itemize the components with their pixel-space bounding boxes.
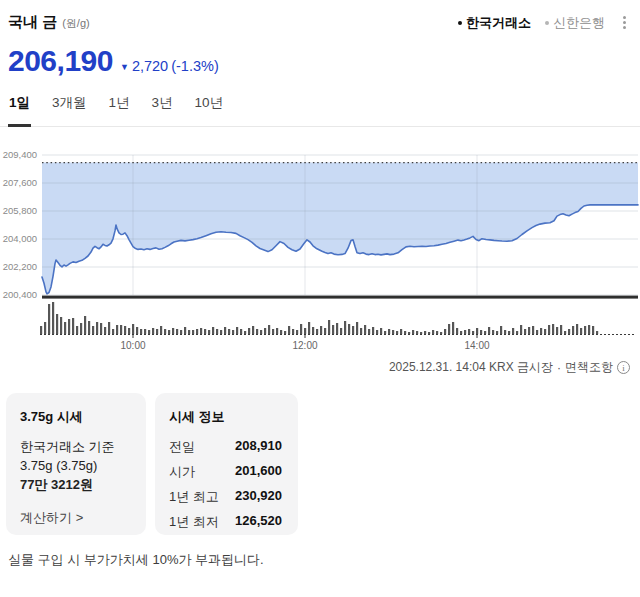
down-arrow-icon: ▼ xyxy=(120,62,129,72)
vat-notice: 실물 구입 시 부가가치세 10%가 부과됩니다. xyxy=(8,551,632,569)
chevron-right-icon: > xyxy=(76,510,84,525)
separator: · xyxy=(557,361,561,375)
info-label: 전일 xyxy=(169,438,227,456)
svg-text:209,400: 209,400 xyxy=(3,149,37,160)
page-title: 국내 금 xyxy=(8,13,57,32)
last-updated: 2025.12.31. 14:04 KRX 금시장 xyxy=(389,359,553,376)
volume-bars xyxy=(40,302,598,334)
bullet-icon xyxy=(458,21,462,25)
info-icon[interactable]: i xyxy=(617,361,630,374)
info-row-open: 시가 201,600 xyxy=(169,463,284,481)
svg-text:204,000: 204,000 xyxy=(3,233,37,244)
info-row-year-high: 1년 최고 230,920 xyxy=(169,488,284,506)
tab-1day[interactable]: 1일 xyxy=(8,94,31,127)
info-row-prev-close: 전일 208,910 xyxy=(169,438,284,456)
tab-10year[interactable]: 10년 xyxy=(194,94,225,127)
svg-text:10:00: 10:00 xyxy=(120,340,145,351)
info-value: 201,600 xyxy=(235,463,282,481)
bullet-icon xyxy=(545,21,549,25)
calculator-link-label: 계산하기 xyxy=(20,510,72,525)
info-cards: 3.75g 시세 한국거래소 기준 3.75g (3.75g) 77만 3212… xyxy=(6,393,640,535)
source-tab-shinhan[interactable]: 신한은행 xyxy=(545,14,605,32)
period-tabs: 1일 3개월 1년 3년 10년 xyxy=(0,94,640,127)
card-title: 시세 정보 xyxy=(169,408,284,426)
source-label: 신한은행 xyxy=(553,14,605,32)
kebab-menu-icon[interactable] xyxy=(619,14,630,31)
info-label: 시가 xyxy=(169,463,227,481)
time-axis: 10:0012:0014:00 xyxy=(120,334,489,351)
disclaimer-link[interactable]: 면책조항 xyxy=(565,359,613,376)
svg-text:202,200: 202,200 xyxy=(3,261,37,272)
card-title: 3.75g 시세 xyxy=(20,408,132,426)
source-tab-krx[interactable]: 한국거래소 xyxy=(458,14,531,32)
tab-3month[interactable]: 3개월 xyxy=(51,94,88,127)
card-375g-price: 3.75g 시세 한국거래소 기준 3.75g (3.75g) 77만 3212… xyxy=(6,393,146,535)
current-price: 206,190 xyxy=(8,44,113,78)
source-label: 한국거래소 xyxy=(466,14,531,32)
timestamp-row: 2025.12.31. 14:04 KRX 금시장 · 면책조항 i xyxy=(0,359,630,376)
price-unit: (원/g) xyxy=(62,16,90,31)
info-value: 230,920 xyxy=(235,488,282,506)
price-volume-chart[interactable]: 209,400207,600205,800204,000202,200200,4… xyxy=(0,127,640,355)
price-change: ▼ 2,720 (-1.3%) xyxy=(120,58,219,74)
widget-header: 국내 금 (원/g) 한국거래소 신한은행 xyxy=(8,13,630,32)
price-row: 206,190 ▼ 2,720 (-1.3%) xyxy=(8,44,632,78)
card-market-info: 시세 정보 전일 208,910 시가 201,600 1년 최고 230,92… xyxy=(155,393,298,535)
info-label: 1년 최저 xyxy=(169,513,227,531)
tab-3year[interactable]: 3년 xyxy=(151,94,174,127)
price-area xyxy=(42,163,638,294)
change-percent: (-1.3%) xyxy=(171,58,219,74)
svg-text:12:00: 12:00 xyxy=(292,340,317,351)
info-value: 126,520 xyxy=(235,513,282,531)
tab-1year[interactable]: 1년 xyxy=(108,94,131,127)
card-price-375g: 77만 3212원 xyxy=(20,476,132,495)
calculator-link[interactable]: 계산하기 > xyxy=(20,509,83,527)
card-line: 한국거래소 기준 xyxy=(20,438,132,457)
info-value: 208,910 xyxy=(235,438,282,456)
card-line: 3.75g (3.75g) xyxy=(20,457,132,476)
chart-bottom-bar xyxy=(42,296,638,299)
axis-labels: 209,400207,600205,800204,000202,200200,4… xyxy=(3,149,37,300)
info-label: 1년 최고 xyxy=(169,488,227,506)
source-switcher: 한국거래소 신한은행 xyxy=(458,14,630,32)
info-row-year-low: 1년 최저 126,520 xyxy=(169,513,284,531)
svg-text:205,800: 205,800 xyxy=(3,205,37,216)
svg-text:200,400: 200,400 xyxy=(3,289,37,300)
svg-text:14:00: 14:00 xyxy=(464,340,489,351)
svg-text:207,600: 207,600 xyxy=(3,177,37,188)
change-amount: 2,720 xyxy=(132,58,168,74)
title-group: 국내 금 (원/g) xyxy=(8,13,90,32)
